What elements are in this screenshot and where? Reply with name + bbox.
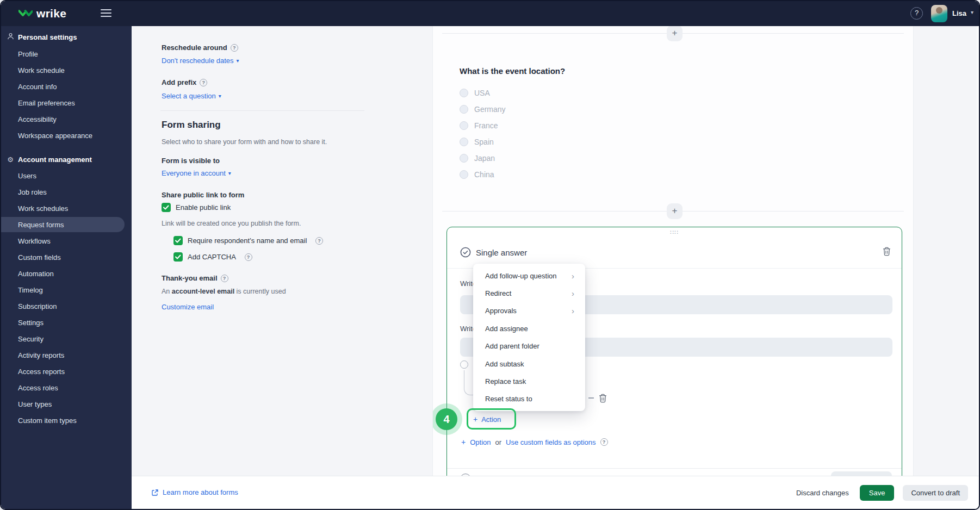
add-question-button-top[interactable]: + [667, 26, 683, 41]
hamburger-menu-icon[interactable] [101, 9, 111, 18]
radio-icon[interactable] [460, 105, 468, 114]
convert-to-draft-button[interactable]: Convert to draft [903, 485, 968, 501]
question-title[interactable]: What is the event location? [460, 66, 565, 76]
menu-item-reset-status-to[interactable]: Reset status to [473, 390, 585, 408]
sidebar-item-work-schedule[interactable]: Work schedule [1, 63, 132, 78]
sidebar-section-account-management[interactable]: ⚙ Account management [1, 152, 132, 167]
sidebar-item-access-reports[interactable]: Access reports [1, 364, 132, 379]
sidebar-item-timelog[interactable]: Timelog [1, 282, 132, 297]
help-icon[interactable]: ? [910, 7, 923, 20]
menu-item-replace-task[interactable]: Replace task [473, 372, 585, 390]
checkbox-checked-icon [173, 252, 183, 262]
sidebar-item-custom-item-types[interactable]: Custom item types [1, 413, 132, 428]
answer-option-row[interactable]: USA [460, 88, 490, 97]
gear-icon: ⚙ [6, 156, 15, 164]
answer-option-row[interactable]: China [460, 170, 494, 179]
chevron-down-icon: ▾ [228, 170, 231, 176]
card-section-divider [447, 468, 902, 469]
submenu-arrow-icon: › [572, 271, 574, 281]
radio-icon[interactable] [460, 170, 468, 179]
add-captcha-checkbox[interactable]: Add CAPTCHA ? [173, 252, 252, 262]
question-mark-icon[interactable]: ? [245, 253, 252, 261]
footer-bar: Learn more about forms Discard changes S… [132, 476, 980, 510]
sidebar-section-personal-settings[interactable]: Personal settings [1, 29, 132, 45]
sidebar-item-users[interactable]: Users [1, 168, 132, 183]
sidebar-item-request-forms[interactable]: Request forms [1, 217, 125, 232]
wrike-app-window: wrike ? Lisa ▾ Personal settings Profile… [0, 0, 980, 510]
answer-option-row[interactable]: France [460, 121, 498, 130]
external-link-icon [151, 489, 159, 496]
sidebar-item-account-info[interactable]: Account info [1, 79, 132, 94]
menu-item-add-subtask[interactable]: Add subtask [473, 355, 585, 372]
radio-icon[interactable] [460, 121, 468, 130]
radio-icon[interactable] [460, 154, 468, 163]
menu-item-approvals[interactable]: Approvals› [473, 302, 585, 320]
sidebar-item-custom-fields[interactable]: Custom fields [1, 250, 132, 265]
use-custom-fields-link[interactable]: Use custom fields as options [506, 438, 596, 446]
delete-question-button[interactable] [883, 247, 891, 258]
trash-icon [599, 394, 607, 403]
single-answer-icon [460, 247, 471, 258]
add-option-button[interactable]: Option [470, 438, 491, 446]
delete-action-button[interactable] [599, 394, 607, 405]
menu-item-redirect[interactable]: Redirect› [473, 284, 585, 302]
sidebar-item-activity-reports[interactable]: Activity reports [1, 347, 132, 363]
sidebar-item-automation[interactable]: Automation [1, 266, 132, 281]
scrollbar-track[interactable] [977, 26, 980, 476]
question-type: Single answer [460, 247, 527, 258]
sidebar-item-job-roles[interactable]: Job roles [1, 184, 132, 200]
visible-to-dropdown[interactable]: Everyone in account▾ [162, 169, 231, 177]
option-radio-icon[interactable] [460, 360, 468, 369]
drag-handle-icon[interactable]: ∷∷ [447, 229, 902, 236]
wrike-logo[interactable]: wrike [18, 7, 66, 20]
question-mark-icon[interactable]: ? [231, 44, 238, 52]
discard-changes-button[interactable]: Discard changes [794, 485, 851, 501]
radio-icon[interactable] [460, 89, 468, 97]
sidebar-item-work-schedules[interactable]: Work schedules [1, 201, 132, 216]
sidebar-item-subscription[interactable]: Subscription [1, 298, 132, 314]
checkbox-checked-icon [173, 236, 183, 245]
sidebar-item-workflows[interactable]: Workflows [1, 233, 132, 248]
reschedule-dates-dropdown[interactable]: Don't reschedule dates▾ [162, 57, 239, 65]
menu-item-add-parent-folder[interactable]: Add parent folder [473, 338, 585, 355]
learn-more-link[interactable]: Learn more about forms [151, 488, 238, 496]
question-type-label: Single answer [476, 248, 527, 257]
user-name[interactable]: Lisa [952, 9, 966, 17]
action-placeholder-dash [588, 397, 594, 399]
avatar[interactable] [931, 5, 947, 22]
next-question-button[interactable] [831, 471, 892, 476]
sidebar-item-workspace-appearance[interactable]: Workspace appearance [1, 128, 132, 143]
save-button[interactable]: Save [860, 485, 895, 501]
customize-email-link[interactable]: Customize email [162, 303, 214, 311]
option-actions-row: + Option or Use custom fields as options… [461, 438, 608, 446]
answer-option-row[interactable]: Japan [460, 153, 495, 163]
radio-icon[interactable] [460, 138, 468, 146]
chevron-down-icon[interactable]: ▾ [971, 9, 973, 15]
require-name-email-checkbox[interactable]: Require respondent's name and email ? [173, 236, 323, 245]
question-mark-icon[interactable]: ? [200, 79, 207, 86]
menu-item-add-assignee[interactable]: Add assignee [473, 320, 585, 337]
sidebar-item-email-preferences[interactable]: Email preferences [1, 95, 132, 110]
question-mark-icon[interactable]: ? [600, 438, 608, 446]
form-sharing-title: Form sharing [162, 120, 221, 130]
sidebar-item-profile[interactable]: Profile [1, 46, 132, 61]
add-action-button[interactable]: + Action [473, 415, 501, 424]
menu-item-add-follow-up-question[interactable]: Add follow-up question› [473, 267, 585, 284]
sidebar-item-security[interactable]: Security [1, 331, 132, 346]
topbar: wrike ? Lisa ▾ [1, 1, 979, 26]
sidebar-item-access-roles[interactable]: Access roles [1, 380, 132, 395]
enable-public-link-checkbox[interactable]: Enable public link [162, 203, 231, 212]
sidebar-item-accessibility[interactable]: Accessibility [1, 111, 132, 127]
sidebar-item-user-types[interactable]: User types [1, 396, 132, 412]
answer-option-row[interactable]: Spain [460, 137, 494, 146]
form-visible-label: Form is visible to [162, 157, 220, 165]
answer-option-row[interactable]: Germany [460, 104, 506, 114]
add-question-button-middle[interactable]: + [667, 203, 683, 219]
sidebar-item-settings[interactable]: Settings [1, 315, 132, 330]
person-icon [6, 33, 15, 41]
plus-icon: + [461, 438, 466, 446]
question-mark-icon[interactable]: ? [221, 275, 228, 282]
question-mark-icon[interactable]: ? [315, 237, 323, 245]
select-question-dropdown[interactable]: Select a question▾ [162, 92, 221, 100]
chevron-down-icon: ▾ [219, 93, 221, 99]
